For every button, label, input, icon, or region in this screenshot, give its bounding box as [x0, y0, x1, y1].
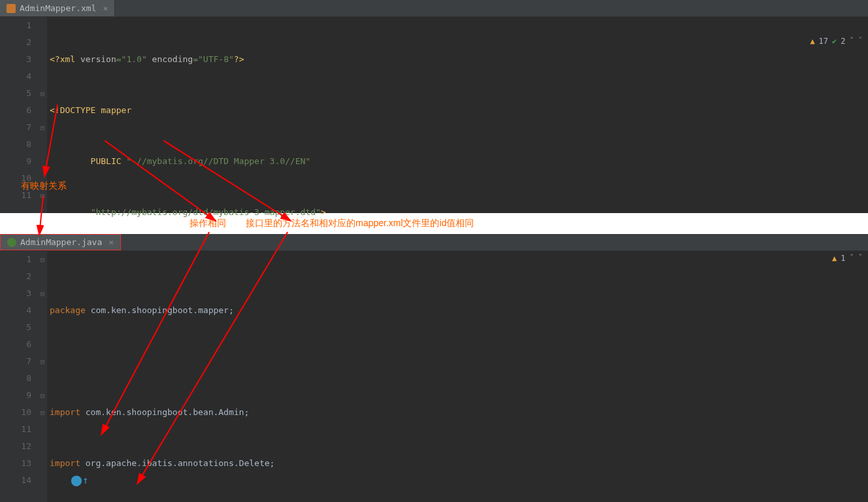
java-editor-pane[interactable]: ▲1 ˆ ˇ 1 2 3 4 5 6 7 8 9 10 11 12 13 14 … — [0, 251, 868, 502]
fold-marker[interactable]: ⊟ — [38, 85, 47, 102]
tab-adminmapper-xml[interactable]: AdminMapper.xml × — [0, 0, 115, 16]
top-tab-bar: AdminMapper.xml × — [0, 0, 868, 17]
fold-marker[interactable]: ⊟ — [38, 353, 47, 370]
fold-marker[interactable]: ⊟ — [38, 285, 47, 302]
java-file-icon — [7, 238, 16, 247]
nav-gutter-icon[interactable]: ⬤↑ — [71, 472, 89, 489]
fold-column: ⊟ ⊟ ⊟ ⊟ ⊟ — [38, 251, 47, 502]
code-area[interactable]: ⬤↑ package com.ken.shoopingboot.mapper; … — [47, 251, 868, 502]
xml-file-icon — [7, 4, 16, 13]
tab-label: AdminMapper.xml — [20, 3, 96, 13]
xml-editor-pane[interactable]: ▲17 ✔2 ˆ ˇ 1 2 3 4 5 6 7 8 9 10 11 ⊟ ⊟ ⊟… — [0, 17, 868, 213]
annotation-mapping: 有映射关系 — [21, 180, 67, 192]
fold-marker[interactable]: ⊟ — [38, 119, 47, 136]
fold-marker[interactable]: ⊟ — [38, 387, 47, 404]
line-gutter: 1 2 3 4 5 6 7 8 9 10 11 12 13 14 — [0, 251, 38, 502]
fold-marker[interactable]: ⊟ — [38, 404, 47, 421]
code-area[interactable]: <?xml version="1.0" encoding="UTF-8"?> <… — [47, 17, 868, 213]
fold-marker[interactable]: ⊟ — [38, 251, 47, 268]
close-icon[interactable]: × — [103, 3, 108, 13]
